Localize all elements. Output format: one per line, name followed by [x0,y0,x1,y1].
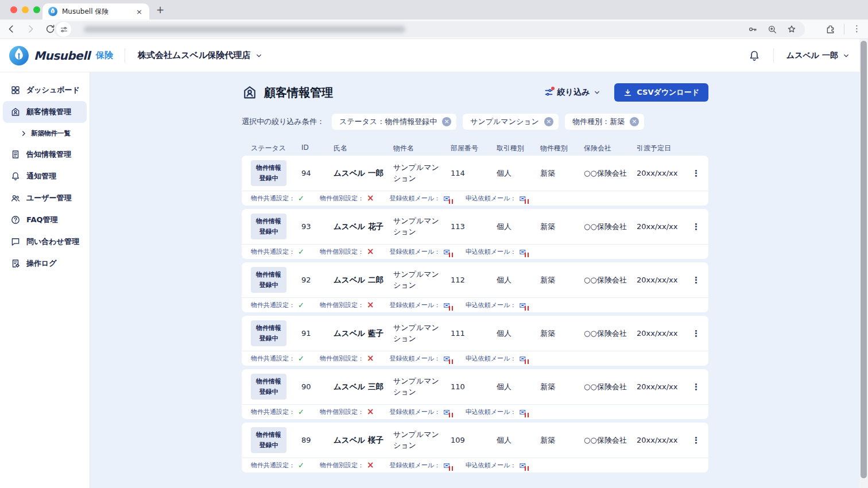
extensions-puzzle-icon[interactable] [825,24,836,34]
individual-setting-label: 物件個別設定： [320,408,364,416]
site-favicon-icon [48,7,57,16]
check-icon: ✓ [298,408,304,416]
cell-delivery-date: 20xx/xx/xx [637,329,692,338]
minimize-window-button[interactable] [22,6,29,13]
sidebar-item-8[interactable]: 操作ログ [3,253,87,274]
zoom-icon[interactable] [767,24,777,34]
close-window-button[interactable] [10,6,17,13]
user-menu[interactable]: ムスベル 一郎 [786,51,850,61]
check-icon: ✓ [298,195,304,202]
maximize-window-button[interactable] [33,6,40,13]
user-name: ムスベル 一郎 [786,51,838,61]
chip-close-icon[interactable]: × [630,117,639,126]
filter-chip-label: サンプルマンション [470,117,539,127]
new-tab-button[interactable]: + [156,4,164,16]
sidebar-item-1[interactable]: 顧客情報管理 [3,101,87,123]
cross-icon: × [367,301,374,309]
header-divider [125,48,125,63]
cell-name: ムスベル 花子 [334,222,393,232]
browser-tab[interactable]: Musubell 保険 × [42,3,149,20]
back-icon[interactable] [6,24,17,34]
table-row[interactable]: 物件情報登録中 89 ムスベル 桜子 サンプルマンション 109 個人 新築 ○… [242,423,708,458]
bookmark-star-icon[interactable] [786,24,797,34]
sidebar-item-6[interactable]: FAQ管理 [3,209,87,231]
row-status-bar: 物件共通設定： ✓ 物件個別設定： × 登録依頼メール： ✉ 申込依頼メール： … [242,297,708,312]
row-status-bar: 物件共通設定： ✓ 物件個別設定： × 登録依頼メール： ✉ 申込依頼メール： … [242,244,708,259]
sidebar-item-5[interactable]: ユーザー管理 [3,187,87,209]
customer-row-group: 物件情報登録中 90 ムスベル 三郎 サンプルマンション 110 個人 新築 ○… [242,369,708,419]
chip-close-icon[interactable]: × [442,117,451,126]
cross-icon: × [367,461,374,470]
row-status-bar: 物件共通設定： ✓ 物件個別設定： × 登録依頼メール： ✉ 申込依頼メール： … [242,404,708,419]
browser-toolbar: ⋮ [0,20,868,39]
cell-room-number: 110 [451,382,497,391]
cell-id: 89 [301,436,334,444]
forward-icon[interactable] [25,24,36,34]
address-bar[interactable] [54,21,805,37]
tab-close-icon[interactable]: × [135,7,144,16]
row-menu-icon[interactable]: ⋮ [692,222,700,232]
sidebar-item-7[interactable]: 問い合わせ管理 [3,231,87,253]
company-selector[interactable]: 株式会社ムスベル保険代理店 [138,50,262,61]
faq-icon [10,215,21,225]
register-mail-label: 登録依頼メール： [389,301,440,309]
cell-transaction-type: 個人 [497,382,540,392]
sidebar-item-3[interactable]: 告知情報管理 [3,144,87,165]
table-row[interactable]: 物件情報登録中 90 ムスベル 三郎 サンプルマンション 110 個人 新築 ○… [242,369,708,404]
table-row[interactable]: 物件情報登録中 91 ムスベル 藍子 サンプルマンション 111 個人 新築 ○… [242,316,708,351]
cell-delivery-date: 20xx/xx/xx [637,436,692,444]
chip-close-icon[interactable]: × [544,117,553,126]
selected-filters-label: 選択中の絞り込み条件： [242,117,324,127]
site-settings-icon[interactable] [56,22,71,37]
register-mail-label: 登録依頼メール： [389,408,440,416]
cell-room-number: 109 [451,436,497,444]
apply-mail-label: 申込依頼メール： [466,354,517,363]
sidebar-item-4[interactable]: 通知管理 [3,165,87,187]
status-badge: 物件情報登録中 [251,160,286,185]
cell-property-type: 新築 [540,382,584,392]
toolbar-separator [844,24,844,34]
status-badge: 物件情報登録中 [251,214,286,239]
mail-paused-icon: ✉ [443,462,450,470]
apply-mail-label: 申込依頼メール： [466,461,517,470]
common-setting-label: 物件共通設定： [251,247,295,256]
mail-paused-icon: ✉ [519,301,526,309]
filter-toggle-button[interactable]: 絞り込み [544,87,601,98]
filter-chip-label: 物件種別：新築 [572,117,625,127]
cell-property-type: 新築 [540,168,584,179]
mail-paused-icon: ✉ [519,248,526,256]
selected-filters-row: 選択中の絞り込み条件： ステータス：物件情報登録中×サンプルマンション×物件種別… [242,114,708,130]
cell-room-number: 114 [451,169,497,177]
customer-table-body: 物件情報登録中 94 ムスベル 一郎 サンプルマンション 114 個人 新築 ○… [242,156,708,472]
csv-download-button[interactable]: CSVダウンロード [614,83,708,102]
row-menu-icon[interactable]: ⋮ [692,328,700,339]
cell-name: ムスベル 藍子 [334,328,393,339]
column-header: 部屋番号 [451,144,497,153]
sidebar-item-0[interactable]: ダッシュボード [3,79,87,101]
row-menu-icon[interactable]: ⋮ [692,382,700,392]
apply-mail-label: 申込依頼メール： [466,408,517,416]
row-menu-icon[interactable]: ⋮ [692,168,700,179]
common-setting-label: 物件共通設定： [251,301,295,309]
table-row[interactable]: 物件情報登録中 92 ムスベル 二郎 サンプルマンション 112 個人 新築 ○… [242,262,708,297]
password-key-icon[interactable] [747,24,758,34]
chevron-down-icon [594,89,600,96]
scrollbar[interactable] [859,39,868,488]
table-row[interactable]: 物件情報登録中 93 ムスベル 花子 サンプルマンション 113 個人 新築 ○… [242,209,708,244]
browser-menu-icon[interactable]: ⋮ [852,24,861,34]
sidebar-item-2[interactable]: 新築物件一覧 [3,123,87,144]
individual-setting-label: 物件個別設定： [320,461,364,470]
cell-delivery-date: 20xx/xx/xx [637,169,692,177]
customer-icon [10,107,21,117]
chevron-down-icon [843,52,850,59]
row-menu-icon[interactable]: ⋮ [692,435,700,446]
mail-paused-icon: ✉ [443,248,450,256]
customer-row-group: 物件情報登録中 91 ムスベル 藍子 サンプルマンション 111 個人 新築 ○… [242,316,708,366]
cell-room-number: 111 [451,329,497,338]
download-icon [623,88,632,97]
scrollbar-thumb[interactable] [861,41,867,478]
table-row[interactable]: 物件情報登録中 94 ムスベル 一郎 サンプルマンション 114 個人 新築 ○… [242,156,708,191]
row-menu-icon[interactable]: ⋮ [692,275,700,285]
mail-paused-icon: ✉ [443,195,450,203]
notifications-bell-icon[interactable] [748,49,761,62]
